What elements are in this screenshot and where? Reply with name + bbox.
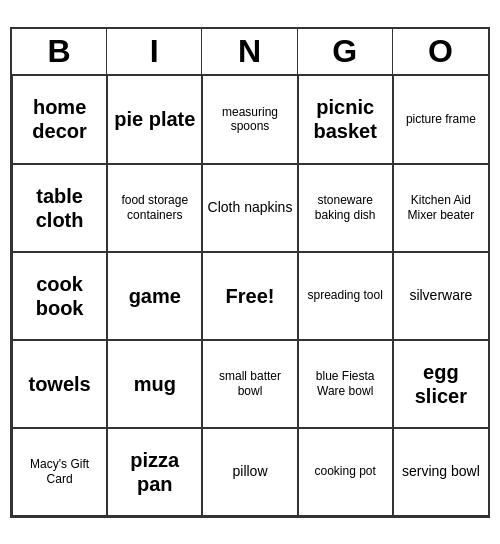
bingo-cell: silverware [393, 252, 488, 340]
bingo-cell: cook book [12, 252, 107, 340]
bingo-cell: picnic basket [298, 76, 393, 164]
bingo-cell: mug [107, 340, 202, 428]
bingo-header-letter: B [12, 29, 107, 74]
bingo-cell: table cloth [12, 164, 107, 252]
bingo-cell: blue Fiesta Ware bowl [298, 340, 393, 428]
bingo-cell: pizza pan [107, 428, 202, 516]
bingo-cell: Free! [202, 252, 297, 340]
bingo-cell: food storage containers [107, 164, 202, 252]
bingo-cell: cooking pot [298, 428, 393, 516]
bingo-header-letter: G [298, 29, 393, 74]
bingo-cell: game [107, 252, 202, 340]
bingo-cell: small batter bowl [202, 340, 297, 428]
bingo-cell: Macy's Gift Card [12, 428, 107, 516]
bingo-cell: picture frame [393, 76, 488, 164]
bingo-cell: towels [12, 340, 107, 428]
bingo-header-letter: N [202, 29, 297, 74]
bingo-header-letter: O [393, 29, 488, 74]
bingo-cell: stoneware baking dish [298, 164, 393, 252]
bingo-cell: home decor [12, 76, 107, 164]
bingo-cell: Kitchen Aid Mixer beater [393, 164, 488, 252]
bingo-cell: egg slicer [393, 340, 488, 428]
bingo-cell: pie plate [107, 76, 202, 164]
bingo-card: BINGO home decorpie platemeasuring spoon… [10, 27, 490, 518]
bingo-cell: Cloth napkins [202, 164, 297, 252]
bingo-grid: home decorpie platemeasuring spoonspicni… [12, 76, 488, 516]
bingo-cell: spreading tool [298, 252, 393, 340]
bingo-cell: serving bowl [393, 428, 488, 516]
bingo-cell: measuring spoons [202, 76, 297, 164]
bingo-header: BINGO [12, 29, 488, 76]
bingo-header-letter: I [107, 29, 202, 74]
bingo-cell: pillow [202, 428, 297, 516]
